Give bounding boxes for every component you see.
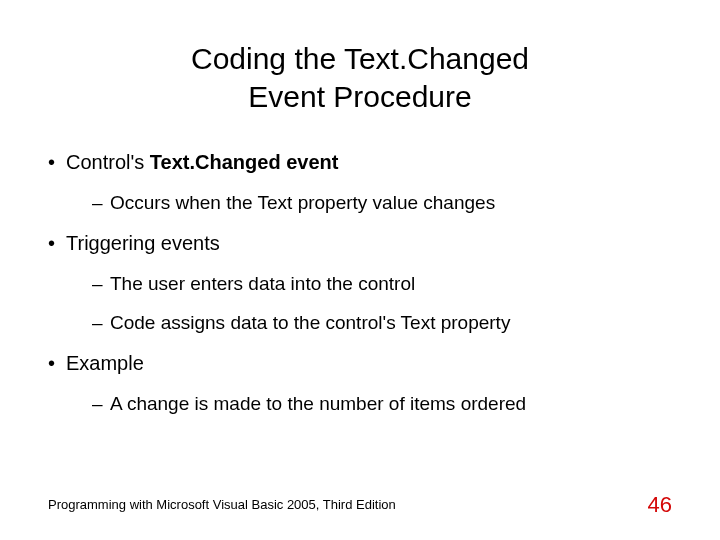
bullet-1-bold: Text.Changed event: [150, 151, 339, 173]
bullet-2-sub-1: The user enters data into the control: [66, 271, 672, 297]
title-line-1: Coding the Text.Changed: [191, 42, 529, 75]
slide-title: Coding the Text.Changed Event Procedure: [48, 40, 672, 115]
bullet-2: Triggering events The user enters data i…: [48, 230, 672, 336]
bullet-2-sub-2: Code assigns data to the control's Text …: [66, 310, 672, 336]
bullet-3-sub-1: A change is made to the number of items …: [66, 391, 672, 417]
bullet-3-text: Example: [66, 352, 144, 374]
footer-source: Programming with Microsoft Visual Basic …: [48, 497, 396, 512]
bullet-2-text: Triggering events: [66, 232, 220, 254]
slide: Coding the Text.Changed Event Procedure …: [0, 0, 720, 540]
slide-content: Control's Text.Changed event Occurs when…: [48, 149, 672, 417]
page-number: 46: [648, 492, 672, 518]
title-line-2: Event Procedure: [248, 80, 471, 113]
bullet-1-sub-1: Occurs when the Text property value chan…: [66, 190, 672, 216]
bullet-1: Control's Text.Changed event Occurs when…: [48, 149, 672, 216]
bullet-1-prefix: Control's: [66, 151, 150, 173]
bullet-3: Example A change is made to the number o…: [48, 350, 672, 417]
